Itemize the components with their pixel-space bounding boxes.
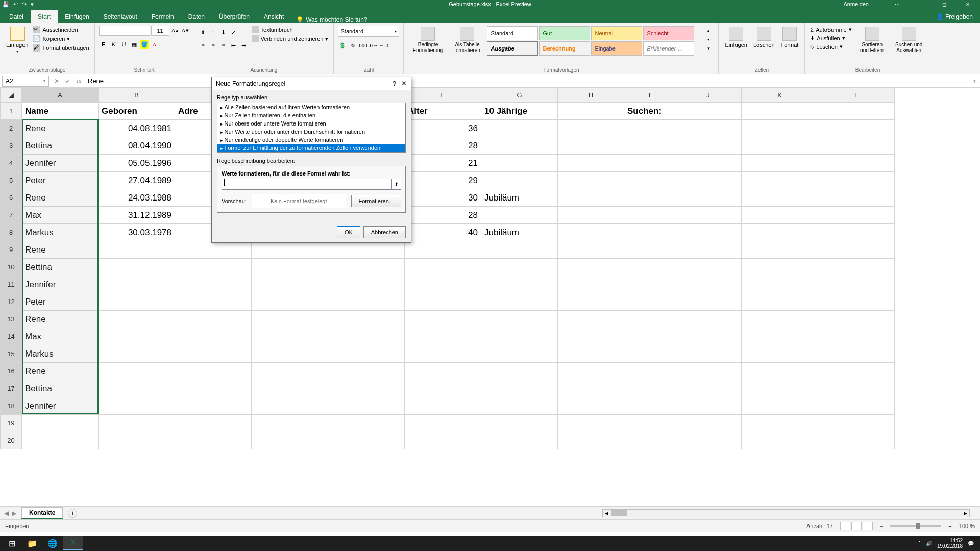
border-button[interactable]: ▦ — [130, 40, 139, 49]
cell[interactable] — [675, 120, 742, 137]
cell[interactable] — [742, 415, 818, 432]
cell[interactable] — [99, 241, 175, 259]
cell[interactable] — [481, 380, 558, 397]
undo-icon[interactable]: ↶ — [13, 1, 18, 8]
cell[interactable] — [624, 415, 675, 432]
cell[interactable] — [818, 224, 895, 241]
grow-font-icon[interactable]: A▴ — [170, 26, 180, 35]
cell[interactable]: Geboren — [99, 103, 175, 120]
col-header-K[interactable]: K — [742, 88, 818, 103]
row-header[interactable]: 8 — [1, 224, 22, 241]
conditional-formatting-button[interactable]: Bedingte Formatierung — [408, 26, 448, 54]
cell[interactable] — [624, 345, 675, 363]
row-header[interactable]: 19 — [1, 415, 22, 432]
cell[interactable] — [742, 241, 818, 259]
zoom-level[interactable]: 100 % — [959, 523, 975, 529]
cell[interactable] — [624, 120, 675, 137]
col-header-L[interactable]: L — [818, 88, 895, 103]
zoom-in-icon[interactable]: + — [948, 523, 951, 529]
cell[interactable] — [818, 328, 895, 345]
cell[interactable] — [481, 137, 558, 155]
cell[interactable] — [675, 137, 742, 155]
cell[interactable] — [175, 328, 252, 345]
cell[interactable] — [818, 172, 895, 189]
row-header[interactable]: 13 — [1, 311, 22, 328]
cell[interactable] — [481, 241, 558, 259]
tray-up-icon[interactable]: ˄ — [918, 541, 921, 546]
cell[interactable] — [675, 259, 742, 276]
italic-button[interactable]: K — [109, 40, 118, 49]
cell[interactable] — [818, 397, 895, 415]
style-gut[interactable]: Gut — [539, 26, 590, 40]
qat-more-icon[interactable]: ▾ — [31, 1, 34, 8]
cell[interactable] — [558, 207, 624, 224]
style-erklarend[interactable]: Erklärender … — [643, 41, 694, 56]
cell[interactable] — [624, 207, 675, 224]
row-header[interactable]: 20 — [1, 432, 22, 449]
align-top-icon[interactable]: ⬆ — [199, 28, 208, 37]
cell[interactable]: 10 Jährige — [481, 103, 558, 120]
cell[interactable]: Jennifer — [22, 276, 99, 293]
cell[interactable] — [624, 380, 675, 397]
rule-type-item[interactable]: Nur eindeutige oder doppelte Werte forma… — [217, 136, 405, 144]
font-color-button[interactable]: A — [150, 40, 159, 49]
cell[interactable] — [328, 328, 405, 345]
cell[interactable] — [675, 189, 742, 207]
cell[interactable] — [252, 293, 328, 311]
merge-button[interactable]: Verbinden und zentrieren ▾ — [251, 35, 330, 43]
fx-icon[interactable]: fx — [74, 76, 85, 87]
col-header-G[interactable]: G — [481, 88, 558, 103]
rule-type-item[interactable]: Alle Zellen basierend auf ihren Werten f… — [217, 103, 405, 111]
inc-decimal-icon[interactable]: .0→ — [369, 41, 378, 50]
cell[interactable] — [558, 293, 624, 311]
cell[interactable] — [99, 293, 175, 311]
row-header[interactable]: 11 — [1, 276, 22, 293]
save-icon[interactable]: 💾 — [2, 1, 9, 8]
row-header[interactable]: 7 — [1, 207, 22, 224]
ribbon-options-icon[interactable]: ⋯ — [887, 0, 908, 8]
cell[interactable]: Bettina — [22, 137, 99, 155]
tab-datei[interactable]: Datei — [2, 10, 31, 23]
cell[interactable]: 40 — [405, 224, 481, 241]
minimize-icon[interactable]: — — [911, 0, 931, 8]
cell[interactable] — [252, 311, 328, 328]
copy-button[interactable]: 📄Kopieren ▾ — [32, 35, 90, 43]
cell[interactable] — [328, 345, 405, 363]
cell[interactable] — [742, 293, 818, 311]
fill-button[interactable]: ⬇ Ausfüllen ▾ — [809, 34, 852, 42]
tray-volume-icon[interactable]: 🔊 — [926, 541, 932, 546]
style-neutral[interactable]: Neutral — [591, 26, 642, 40]
style-standard[interactable]: Standard — [487, 26, 538, 40]
cell[interactable]: 27.04.1989 — [99, 172, 175, 189]
cell[interactable] — [558, 276, 624, 293]
clear-button[interactable]: ◇ Löschen ▾ — [809, 43, 852, 51]
cell[interactable] — [818, 259, 895, 276]
cell[interactable] — [558, 189, 624, 207]
dialog-titlebar[interactable]: Neue Formatierungsregel ? ✕ — [212, 77, 411, 90]
cell[interactable] — [481, 172, 558, 189]
cell[interactable] — [818, 137, 895, 155]
cell[interactable] — [558, 363, 624, 380]
cell[interactable] — [252, 241, 328, 259]
cell[interactable] — [818, 276, 895, 293]
cell[interactable]: 04.08.1981 — [99, 120, 175, 137]
align-middle-icon[interactable]: ↕ — [209, 28, 218, 37]
cell[interactable] — [742, 224, 818, 241]
cell[interactable] — [481, 363, 558, 380]
cell[interactable] — [175, 397, 252, 415]
cell[interactable] — [328, 397, 405, 415]
row-header[interactable]: 9 — [1, 241, 22, 259]
tab-ueberpruefen[interactable]: Überprüfen — [212, 10, 257, 23]
paste-button[interactable]: Einfügen▾ — [4, 26, 30, 55]
cell[interactable] — [742, 155, 818, 172]
cell[interactable] — [328, 276, 405, 293]
cell[interactable] — [818, 189, 895, 207]
cell[interactable] — [558, 155, 624, 172]
cell[interactable] — [742, 172, 818, 189]
taskbar-explorer-icon[interactable]: 📁 — [22, 536, 42, 550]
cell[interactable] — [328, 432, 405, 449]
cell[interactable] — [405, 276, 481, 293]
cell[interactable] — [742, 380, 818, 397]
cell[interactable] — [558, 137, 624, 155]
cell[interactable] — [99, 432, 175, 449]
